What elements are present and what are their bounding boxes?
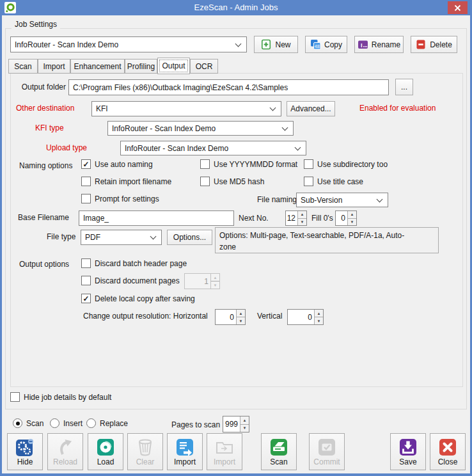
spinner-up-icon[interactable]: ▲ [298, 211, 306, 219]
job-selector-combobox[interactable]: InfoRouter - Scan Index Demo [10, 36, 247, 52]
delete-job-label: Delete [430, 40, 452, 49]
checkbox-box [200, 159, 210, 169]
spinner-up-icon[interactable]: ▲ [240, 416, 249, 425]
spinner-arrows[interactable]: ▲▼ [240, 416, 249, 432]
other-destination-label: Other destination [16, 104, 74, 113]
output-folder-input[interactable]: C:\Program Files (x86)\Outback Imaging\E… [68, 79, 389, 95]
checkbox-discard-batch-header-page[interactable]: Discard batch header page [81, 258, 187, 268]
tab-profiling-label: Profiling [127, 62, 155, 71]
spinner-down-icon[interactable]: ▼ [298, 219, 306, 226]
checkbox-use-auto-naming[interactable]: Use auto naming [81, 159, 153, 169]
checkbox-use-yyyymmdd-format[interactable]: Use YYYYMMDD format [200, 159, 297, 169]
copy-job-button[interactable]: 48 Copy [305, 36, 347, 53]
file-type-options-button[interactable]: Options... [167, 230, 212, 245]
checkbox-box [81, 194, 91, 203]
checkbox-label: Use subdirectory too [317, 160, 388, 169]
tab-ocr[interactable]: OCR [190, 59, 218, 74]
browse-folder-button[interactable]: ... [395, 79, 413, 95]
window-title: EzeScan - Admin Jobs [0, 3, 472, 12]
scan-label: Scan [270, 457, 287, 466]
radio-circle [86, 418, 96, 428]
spinner-down-icon[interactable]: ▼ [315, 317, 323, 324]
next-no-spinner[interactable]: 12 ▲▼ [285, 210, 307, 226]
other-destination-combobox[interactable]: KFI [91, 101, 281, 116]
clear-trash-icon [136, 438, 155, 457]
spinner-down-icon[interactable]: ▼ [348, 219, 356, 226]
upload-type-combobox[interactable]: InfoRouter - Scan Index Demo [120, 141, 306, 155]
radio-label: Insert [63, 419, 83, 428]
file-naming-combobox[interactable]: Sub-Version [296, 193, 388, 207]
pages-to-scan-value: 999 [223, 416, 240, 432]
checkbox-label: Delete local copy after saving [95, 294, 195, 303]
checkbox-box [81, 276, 91, 285]
checkbox-prompt-for-settings[interactable]: Prompt for settings [81, 194, 159, 203]
radio-label: Scan [26, 419, 43, 428]
tab-enhancement-label: Enhancement [74, 62, 121, 71]
tab-import[interactable]: Import [38, 59, 70, 74]
advanced-button[interactable]: Advanced... [287, 101, 335, 116]
spinner-up-icon[interactable]: ▲ [315, 310, 323, 317]
checkbox-label: Prompt for settings [95, 194, 159, 203]
rename-job-button[interactable]: I Rename [354, 36, 404, 53]
checkbox-use-subdirectory-too[interactable]: Use subdirectory too [304, 159, 388, 169]
file-naming-value: Sub-Version [301, 196, 342, 205]
spinner-up-icon[interactable]: ▲ [348, 211, 356, 219]
rename-job-label: Rename [372, 40, 400, 49]
spinner-arrows[interactable]: ▲▼ [236, 310, 245, 324]
next-no-label: Next No. [239, 214, 269, 223]
checkbox-delete-local-copy[interactable]: Delete local copy after saving [81, 294, 195, 303]
base-filename-label: Base Filename [18, 213, 69, 222]
scan-button[interactable]: Scan [261, 433, 297, 470]
save-button[interactable]: Save [390, 433, 426, 470]
spinner-up-icon[interactable]: ▲ [237, 310, 245, 317]
close-button[interactable]: Close [430, 433, 466, 470]
file-type-combobox[interactable]: PDF [81, 230, 162, 245]
spinner-arrows[interactable]: ▲▼ [347, 211, 356, 225]
scan-scanner-icon [269, 438, 288, 457]
checkbox-hide-job-details[interactable]: Hide job details by default [10, 392, 111, 402]
base-filename-input[interactable]: Image_ [79, 210, 234, 226]
tab-scan[interactable]: Scan [8, 59, 38, 74]
checkbox-label: Discard batch header page [95, 259, 187, 268]
resolution-vertical-value: 0 [288, 310, 314, 324]
spinner-down-icon[interactable]: ▼ [240, 425, 249, 432]
base-filename-value: Image_ [83, 214, 109, 223]
spinner-arrows[interactable]: ▲▼ [314, 310, 323, 324]
upload-type-label: Upload type [46, 143, 87, 152]
options-summary-text: Options: Multi-page, Text-searchable, PD… [219, 230, 421, 253]
commit-icon [317, 438, 336, 457]
tab-import-label: Import [43, 62, 65, 71]
tab-output[interactable]: Output [157, 58, 190, 74]
resolution-vertical-spinner[interactable]: 0 ▲▼ [287, 309, 324, 325]
hide-button[interactable]: Hide [7, 433, 43, 470]
resolution-horizontal-spinner[interactable]: 0 ▲▼ [215, 309, 246, 325]
checkbox-retain-import-filename[interactable]: Retain import filename [81, 177, 171, 186]
job-settings-legend: Job Settings [12, 20, 60, 29]
fill-zeros-label: Fill 0's [311, 214, 333, 223]
tab-profiling[interactable]: Profiling [125, 59, 157, 74]
file-type-label: File type [47, 232, 75, 241]
radio-replace[interactable]: Replace [86, 418, 128, 428]
spinner-down-icon[interactable]: ▼ [237, 317, 245, 324]
new-job-button[interactable]: New [254, 36, 298, 53]
delete-job-button[interactable]: Delete [411, 36, 457, 53]
pages-to-scan-spinner[interactable]: 999 ▲▼ [223, 416, 249, 432]
checkbox-box [81, 177, 91, 186]
file-type-options-label: Options... [173, 233, 206, 242]
checkbox-discard-document-pages[interactable]: Discard document pages [81, 276, 180, 285]
tab-enhancement[interactable]: Enhancement [70, 59, 125, 74]
checkbox-use-md5-hash[interactable]: Use MD5 hash [200, 177, 264, 186]
window-close-button[interactable] [448, 1, 468, 14]
tab-scan-label: Scan [14, 62, 31, 71]
reload-button: Reload [47, 433, 83, 470]
checkbox-use-title-case[interactable]: Use title case [304, 177, 363, 186]
kfi-type-combobox[interactable]: InfoRouter - Scan Index Demo [107, 121, 294, 136]
radio-scan[interactable]: Scan [13, 418, 43, 428]
radio-insert[interactable]: Insert [50, 418, 83, 428]
load-button[interactable]: Load [88, 433, 123, 470]
save-label: Save [399, 457, 416, 466]
import-button[interactable]: Import [167, 433, 203, 470]
fill-zeros-spinner[interactable]: 0 ▲▼ [335, 210, 357, 226]
spinner-arrows[interactable]: ▲▼ [297, 211, 306, 225]
radio-circle [50, 418, 59, 428]
